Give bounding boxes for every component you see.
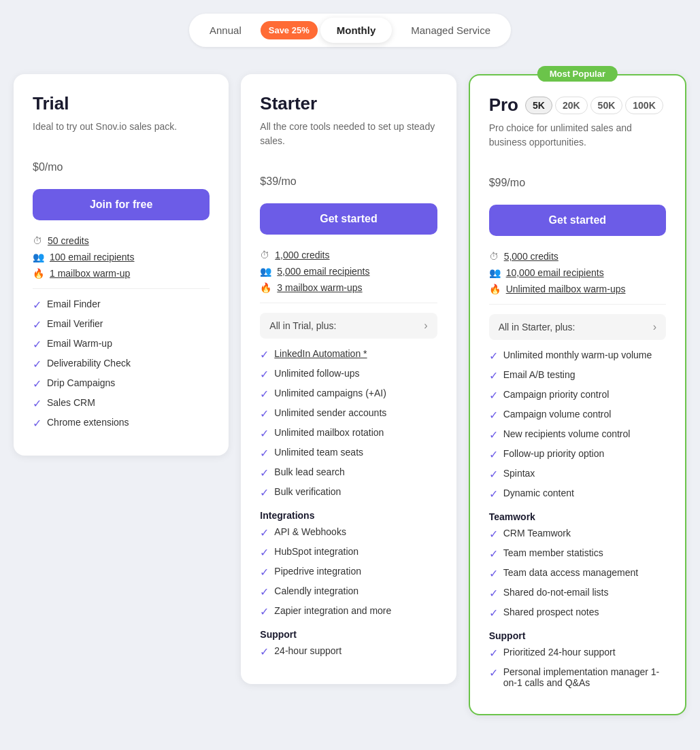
pro-recipients: 👥 10,000 email recipients bbox=[489, 267, 666, 278]
check-icon: ✓ bbox=[489, 350, 498, 362]
check-icon: ✓ bbox=[33, 358, 41, 371]
list-item: ✓Unlimited mailbox rotation bbox=[260, 427, 437, 440]
all-in-trial-toggle[interactable]: All in Trial, plus: › bbox=[260, 313, 437, 339]
check-icon: ✓ bbox=[260, 605, 269, 618]
check-icon: ✓ bbox=[489, 468, 498, 481]
list-item: ✓Spintax bbox=[489, 468, 666, 481]
pro-tab-50k[interactable]: 50K bbox=[590, 97, 623, 114]
monthly-tab[interactable]: Monthly bbox=[320, 18, 393, 43]
trial-plan-price: $0/mo bbox=[33, 148, 210, 177]
list-item: ✓Unlimited follow-ups bbox=[260, 368, 437, 381]
pro-plan-card: Most Popular Pro 5K 20K 50K 100K Pro cho… bbox=[469, 74, 686, 715]
starter-cta-button[interactable]: Get started bbox=[260, 203, 437, 235]
check-icon: ✓ bbox=[489, 448, 498, 461]
trial-credits-link[interactable]: 50 credits bbox=[48, 235, 89, 246]
starter-plan-price: $39/mo bbox=[260, 162, 437, 191]
check-icon: ✓ bbox=[489, 389, 498, 402]
starter-warmups-link[interactable]: 3 mailbox warm-ups bbox=[277, 282, 362, 293]
trial-warmups-link[interactable]: 1 mailbox warm-up bbox=[50, 268, 130, 279]
check-icon: ✓ bbox=[260, 447, 269, 460]
plans-container: Trial Ideal to try out Snov.io sales pac… bbox=[14, 74, 686, 715]
list-item: ✓Email A/B testing bbox=[489, 369, 666, 382]
save-badge: Save 25% bbox=[261, 21, 318, 39]
pro-tab-20k[interactable]: 20K bbox=[555, 97, 588, 114]
starter-plan-description: All the core tools needed to set up stea… bbox=[260, 120, 437, 148]
check-icon: ✓ bbox=[260, 407, 269, 420]
pro-cta-button[interactable]: Get started bbox=[489, 205, 666, 236]
pro-warmups: 🔥 Unlimited mailbox warm-ups bbox=[489, 284, 666, 294]
check-icon: ✓ bbox=[489, 488, 498, 500]
list-item: ✓Sales CRM bbox=[33, 397, 210, 410]
pro-tabs: 5K 20K 50K 100K bbox=[525, 97, 663, 114]
starter-credits-link[interactable]: 1,000 credits bbox=[275, 250, 329, 260]
list-item: ✓CRM Teamwork bbox=[489, 528, 666, 541]
clock-icon: ⏱ bbox=[260, 250, 269, 260]
check-icon: ✓ bbox=[260, 368, 269, 381]
check-icon: ✓ bbox=[33, 417, 41, 430]
pro-recipients-link[interactable]: 10,000 email recipients bbox=[506, 267, 604, 278]
starter-recipients: 👥 5,000 email recipients bbox=[260, 266, 437, 277]
trial-plan-card: Trial Ideal to try out Snov.io sales pac… bbox=[14, 74, 229, 456]
check-icon: ✓ bbox=[260, 486, 269, 499]
trial-credits: ⏱ 50 credits bbox=[33, 235, 210, 246]
check-icon: ✓ bbox=[260, 585, 269, 598]
all-in-trial-label: All in Trial, plus: bbox=[269, 320, 336, 331]
clock-icon: ⏱ bbox=[489, 251, 499, 262]
starter-support-label: Support bbox=[260, 629, 437, 640]
trial-cta-button[interactable]: Join for free bbox=[33, 189, 210, 220]
managed-tab[interactable]: Managed Service bbox=[395, 18, 507, 43]
check-icon: ✓ bbox=[260, 526, 269, 539]
check-icon: ✓ bbox=[33, 299, 41, 311]
trial-plan-title: Trial bbox=[33, 93, 210, 114]
pro-tab-100k[interactable]: 100K bbox=[625, 97, 663, 114]
check-icon: ✓ bbox=[489, 587, 498, 600]
list-item: ✓Campaign volume control bbox=[489, 409, 666, 422]
check-icon: ✓ bbox=[33, 338, 41, 351]
list-item: ✓LinkedIn Automation * bbox=[260, 348, 437, 361]
fire-icon: 🔥 bbox=[260, 282, 271, 293]
chevron-right-icon: › bbox=[424, 320, 427, 332]
list-item: ✓Bulk lead search bbox=[260, 466, 437, 479]
list-item: ✓Email Warm-up bbox=[33, 338, 210, 351]
trial-recipients-link[interactable]: 100 email recipients bbox=[50, 252, 135, 262]
list-item: ✓Unlimited sender accounts bbox=[260, 407, 437, 420]
check-icon: ✓ bbox=[33, 318, 41, 331]
list-item: ✓Calendly integration bbox=[260, 585, 437, 598]
check-icon: ✓ bbox=[489, 607, 498, 619]
check-icon: ✓ bbox=[489, 547, 498, 560]
annual-tab[interactable]: Annual bbox=[193, 18, 258, 43]
check-icon: ✓ bbox=[489, 567, 498, 580]
pro-title-row: Pro 5K 20K 50K 100K bbox=[489, 95, 666, 116]
list-item: ✓Team member statistics bbox=[489, 547, 666, 560]
starter-warmups: 🔥 3 mailbox warm-ups bbox=[260, 282, 437, 293]
list-item: ✓API & Webhooks bbox=[260, 526, 437, 539]
pro-warmups-link[interactable]: Unlimited mailbox warm-ups bbox=[506, 284, 626, 294]
chevron-right-icon: › bbox=[653, 321, 656, 333]
check-icon: ✓ bbox=[260, 388, 269, 400]
starter-recipients-link[interactable]: 5,000 email recipients bbox=[277, 266, 369, 277]
starter-plan-card: Starter All the core tools needed to set… bbox=[241, 74, 456, 684]
all-in-starter-label: All in Starter, plus: bbox=[499, 322, 576, 333]
trial-recipients: 👥 100 email recipients bbox=[33, 252, 210, 262]
list-item: ✓Zapier integration and more bbox=[260, 605, 437, 618]
list-item: ✓Shared do-not-email lists bbox=[489, 587, 666, 600]
list-item: ✓Dynamic content bbox=[489, 488, 666, 500]
check-icon: ✓ bbox=[260, 348, 269, 361]
list-item: ✓Shared prospect notes bbox=[489, 607, 666, 619]
starter-divider bbox=[260, 303, 437, 303]
clock-icon: ⏱ bbox=[33, 235, 42, 246]
starter-credits: ⏱ 1,000 credits bbox=[260, 250, 437, 260]
fire-icon: 🔥 bbox=[489, 284, 501, 294]
starter-support-list: ✓24-hour support bbox=[260, 645, 437, 658]
list-item: ✓Team data access management bbox=[489, 567, 666, 580]
pro-plan-description: Pro choice for unlimited sales and busin… bbox=[489, 121, 666, 150]
pro-credits-link[interactable]: 5,000 credits bbox=[504, 251, 559, 262]
list-item: ✓24-hour support bbox=[260, 645, 437, 658]
list-item: ✓Bulk verification bbox=[260, 486, 437, 499]
pro-tab-5k[interactable]: 5K bbox=[525, 97, 552, 114]
starter-integrations-list: ✓API & Webhooks ✓HubSpot integration ✓Pi… bbox=[260, 526, 437, 618]
check-icon: ✓ bbox=[260, 466, 269, 479]
all-in-starter-toggle[interactable]: All in Starter, plus: › bbox=[489, 314, 666, 340]
check-icon: ✓ bbox=[33, 377, 41, 390]
list-item: ✓Email Verifier bbox=[33, 318, 210, 331]
